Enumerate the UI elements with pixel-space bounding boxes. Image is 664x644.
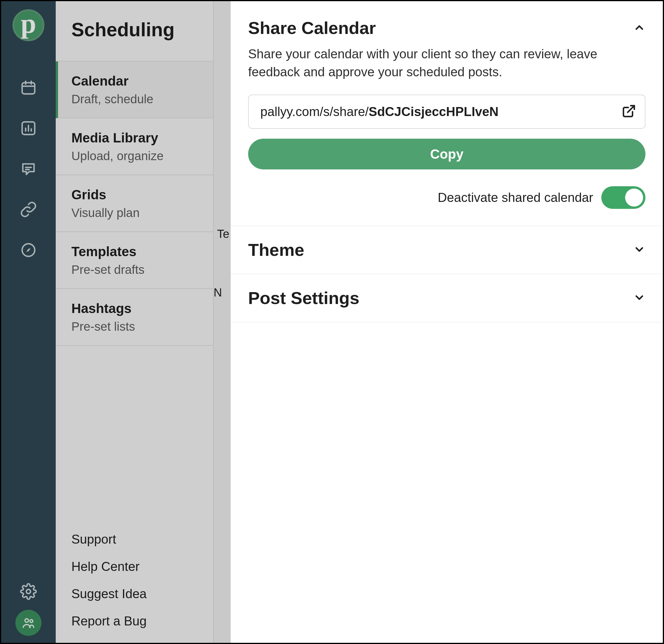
chevron-down-icon	[633, 292, 645, 305]
deactivate-row: Deactivate shared calendar	[248, 186, 645, 209]
share-url-text: pallyy.com/s/share/SdCJCisjeccHPLIveN	[260, 104, 622, 119]
url-prefix: pallyy.com/s/share/	[260, 104, 369, 119]
share-calendar-panel: Share Calendar Share your calendar with …	[230, 1, 663, 643]
url-code: SdCJCisjeccHPLIveN	[369, 104, 499, 119]
copy-button-label: Copy	[430, 146, 463, 162]
toggle-knob	[625, 189, 643, 207]
share-header[interactable]: Share Calendar	[248, 18, 645, 38]
deactivate-toggle[interactable]	[601, 186, 645, 209]
copy-button[interactable]: Copy	[248, 139, 645, 169]
post-settings-title: Post Settings	[248, 288, 359, 308]
share-title: Share Calendar	[248, 18, 376, 38]
share-calendar-section: Share Calendar Share your calendar with …	[231, 1, 663, 226]
svg-line-7	[628, 106, 635, 112]
theme-title: Theme	[248, 240, 304, 260]
chevron-down-icon	[633, 243, 645, 257]
share-url-field[interactable]: pallyy.com/s/share/SdCJCisjeccHPLIveN	[248, 94, 645, 129]
share-description: Share your calendar with your client so …	[248, 45, 634, 81]
chevron-up-icon	[633, 21, 645, 35]
external-link-icon[interactable]	[622, 104, 636, 120]
theme-section-header[interactable]: Theme	[231, 226, 663, 274]
deactivate-label: Deactivate shared calendar	[438, 190, 593, 205]
post-settings-section-header[interactable]: Post Settings	[231, 274, 663, 322]
